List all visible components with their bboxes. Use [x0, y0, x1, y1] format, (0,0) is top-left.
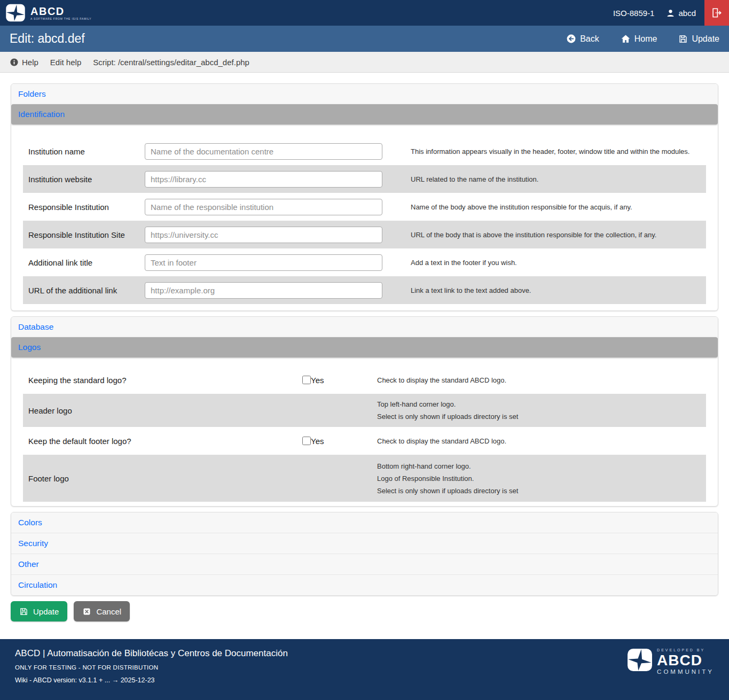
accordion-header-identification[interactable]: Identification	[11, 104, 718, 125]
form-actions: Update Cancel	[11, 601, 718, 621]
footer-testing-notice: ONLY FOR TESTING - NOT FOR DISTRIBUTION	[15, 664, 288, 671]
update-button[interactable]: Update	[11, 601, 67, 621]
field-label: Keep the default footer logo?	[28, 437, 302, 446]
field-help: This information appears visually in the…	[411, 145, 706, 158]
form-row-institution-name: Institution name This information appear…	[23, 137, 706, 165]
script-path: Script: /central/settings/editar_abcd_de…	[93, 58, 249, 67]
field-help: URL related to the name of the instituti…	[411, 173, 706, 185]
field-label: Keeping the standard logo?	[28, 376, 302, 385]
institution-name-input[interactable]	[145, 143, 382, 160]
brand[interactable]: ABCD A SOFTWARE FROM THE ISIS FAMILY	[0, 4, 91, 22]
abcd-community-logo-icon	[627, 648, 653, 672]
cancel-icon	[82, 607, 91, 616]
community-label: COMMUNITY	[657, 669, 714, 675]
field-help: Check to display the standard ABCD logo.	[377, 435, 706, 447]
field-label: Institution website	[28, 175, 145, 184]
form-row-header-logo: Header logo Top left-hand corner logo. S…	[23, 394, 706, 427]
footer: ABCD | Automatisación de Bibliotécas y C…	[0, 639, 729, 700]
user-menu[interactable]: abcd	[666, 9, 696, 18]
titlebar: Edit: abcd.def Back Home	[0, 26, 729, 52]
page: ABCD A SOFTWARE FROM THE ISIS FAMILY ISO…	[0, 0, 729, 700]
developed-by-label: DEVELOPED BY	[657, 648, 714, 652]
top-navbar: ABCD A SOFTWARE FROM THE ISIS FAMILY ISO…	[0, 0, 729, 26]
accordion-card-identification: Folders Identification Institution name …	[11, 83, 718, 311]
main-content: Folders Identification Institution name …	[0, 73, 729, 639]
brand-name: ABCD	[30, 5, 65, 17]
field-help: Check to display the standard ABCD logo.	[377, 374, 706, 386]
keep-footer-logo-checkbox[interactable]	[302, 437, 311, 445]
accordion-header-folders[interactable]: Folders	[11, 84, 718, 104]
accordion-header-other[interactable]: Other	[11, 554, 718, 574]
field-label: Institution name	[28, 147, 145, 156]
form-row-additional-link-url: URL of the additional link Link a text l…	[23, 276, 706, 304]
keep-standard-logo-checkbox[interactable]	[302, 376, 311, 384]
identification-panel: Institution name This information appear…	[11, 125, 718, 310]
update-nav-button[interactable]: Update	[678, 34, 719, 44]
field-label: Additional link title	[28, 258, 145, 267]
home-button[interactable]: Home	[621, 34, 657, 44]
footer-version-line[interactable]: Wiki - ABCD version: v3.1.1 + ... → 2025…	[15, 676, 288, 684]
titlebar-nav: Back Home Update	[566, 34, 719, 44]
back-button[interactable]: Back	[566, 34, 599, 44]
accordion-card-logos: Database Logos Keeping the standard logo…	[11, 316, 718, 507]
field-help: URL of the body that is above the instit…	[411, 229, 706, 241]
form-row-keep-standard-logo: Keeping the standard logo? Yes Check to …	[23, 366, 706, 394]
accordion-header-circulation[interactable]: Circulation	[11, 574, 718, 595]
footer-brand-name: ABCD	[657, 653, 714, 668]
form-row-responsible-institution: Responsible Institution Name of the body…	[23, 193, 706, 221]
help-link[interactable]: Help	[10, 58, 38, 67]
accordion-card-other-sections: Colors Security Other Circulation	[11, 512, 718, 596]
accordion-header-logos[interactable]: Logos	[11, 337, 718, 357]
form-row-responsible-institution-site: Responsible Institution Site URL of the …	[23, 221, 706, 248]
checkbox-label: Yes	[311, 376, 324, 385]
field-label: Header logo	[28, 406, 302, 415]
form-row-keep-footer-logo: Keep the default footer logo? Yes Check …	[23, 427, 706, 455]
back-icon	[566, 34, 576, 44]
form-row-additional-link-title: Additional link title Add a text in the …	[23, 248, 706, 276]
additional-link-url-input[interactable]	[145, 282, 382, 299]
accordion-header-security[interactable]: Security	[11, 533, 718, 554]
page-title: Edit: abcd.def	[10, 32, 85, 46]
responsible-institution-site-input[interactable]	[145, 227, 382, 243]
footer-app-title: ABCD | Automatisación de Bibliotécas y C…	[15, 648, 288, 659]
additional-link-title-input[interactable]	[145, 254, 382, 271]
abcd-logo-icon	[5, 4, 26, 22]
brand-tagline: A SOFTWARE FROM THE ISIS FAMILY	[30, 18, 91, 20]
edit-help-link[interactable]: Edit help	[50, 58, 81, 67]
encoding-label: ISO-8859-1	[613, 9, 655, 18]
field-label: Responsible Institution	[28, 203, 145, 212]
responsible-institution-input[interactable]	[145, 199, 382, 215]
checkbox-label: Yes	[311, 437, 324, 446]
user-icon	[666, 9, 675, 18]
field-label: URL of the additional link	[28, 286, 145, 295]
field-help: Name of the body above the institution r…	[411, 201, 706, 213]
field-help: Top left-hand corner logo. Select is onl…	[377, 398, 706, 423]
form-row-footer-logo: Footer logo Bottom right-hand corner log…	[23, 455, 706, 502]
field-label: Responsible Institution Site	[28, 230, 145, 239]
field-help: Bottom right-hand corner logo. Logo of R…	[377, 460, 706, 497]
home-icon	[621, 34, 631, 44]
field-help: Add a text in the footer if you wish.	[411, 256, 706, 269]
save-icon	[19, 607, 28, 616]
logos-panel: Keeping the standard logo? Yes Check to …	[11, 357, 718, 506]
field-label: Footer logo	[28, 474, 302, 483]
footer-text: ABCD | Automatisación de Bibliotécas y C…	[15, 648, 288, 684]
logout-icon	[711, 7, 723, 19]
save-icon	[678, 34, 688, 44]
user-name: abcd	[678, 9, 696, 18]
accordion-header-database[interactable]: Database	[11, 317, 718, 337]
form-row-institution-website: Institution website URL related to the n…	[23, 165, 706, 193]
info-icon	[10, 58, 19, 67]
accordion-header-colors[interactable]: Colors	[11, 512, 718, 533]
institution-website-input[interactable]	[145, 171, 382, 188]
field-help: Link a text link to the text added above…	[411, 284, 706, 297]
helpbar: Help Edit help Script: /central/settings…	[0, 52, 729, 73]
logout-button[interactable]	[704, 0, 729, 26]
footer-logo: DEVELOPED BY ABCD COMMUNITY	[627, 648, 714, 675]
cancel-button[interactable]: Cancel	[74, 601, 130, 621]
